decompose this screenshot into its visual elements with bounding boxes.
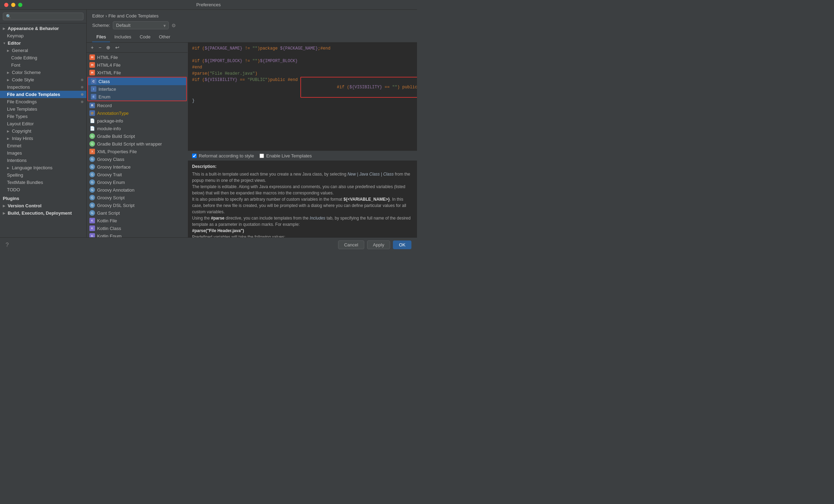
groovy-icon: G xyxy=(89,156,95,162)
sidebar-item-images[interactable]: Images xyxy=(0,149,86,157)
sidebar-tree: ▶ Appearance & Behavior Keymap ▼ Editor … xyxy=(0,23,86,237)
sidebar-search-container[interactable] xyxy=(0,10,86,23)
sidebar-item-live-templates[interactable]: Live Templates xyxy=(0,105,86,113)
file-item-label: HTML File xyxy=(97,55,118,60)
file-item-gradle-wrapper[interactable]: G Gradle Build Script with wrapper xyxy=(87,140,188,148)
gear-button[interactable]: ⚙ xyxy=(171,23,176,28)
file-item-groovy-script[interactable]: G Groovy Script xyxy=(87,194,188,201)
file-item-html[interactable]: H HTML File xyxy=(87,53,188,61)
sidebar-item-textmate[interactable]: TextMate Bundles xyxy=(0,179,86,186)
file-item-groovy-dsl[interactable]: G Groovy DSL Script xyxy=(87,201,188,209)
live-templates-checkbox-label[interactable]: Enable Live Templates xyxy=(259,153,312,158)
sidebar-item-file-types[interactable]: File Types xyxy=(0,113,86,120)
sidebar-item-appearance-behavior[interactable]: ▶ Appearance & Behavior xyxy=(0,25,86,32)
red-outline-group: C Class I Interface E Enum xyxy=(87,77,187,101)
xml-icon: X xyxy=(89,149,95,154)
sidebar-item-layout-editor[interactable]: Layout Editor xyxy=(0,120,86,127)
file-item-enum[interactable]: E Enum xyxy=(88,93,186,101)
sidebar-item-font[interactable]: Font xyxy=(0,61,86,69)
file-item-interface[interactable]: I Interface xyxy=(88,85,186,93)
code-editor[interactable]: #if (${PACKAGE_NAME} != "")package ${PAC… xyxy=(188,43,417,151)
reformat-checkbox-label[interactable]: Reformat according to style xyxy=(192,153,254,158)
file-item-xml-properties[interactable]: X XML Properties File xyxy=(87,148,188,155)
sidebar-item-keymap[interactable]: Keymap xyxy=(0,32,86,39)
sidebar-item-inlay-hints[interactable]: ▶ Inlay Hints xyxy=(0,135,86,142)
file-item-kotlin-class[interactable]: K Kotlin Class xyxy=(87,224,188,232)
sidebar-item-file-and-code-templates[interactable]: File and Code Templates ⊕ xyxy=(0,91,86,98)
tab-includes[interactable]: Includes xyxy=(110,32,135,42)
close-button[interactable] xyxy=(4,3,8,7)
gradle-icon: G xyxy=(89,141,95,147)
tab-other[interactable]: Other xyxy=(155,32,175,42)
file-item-groovy-trait[interactable]: G Groovy Trait xyxy=(87,171,188,178)
file-item-groovy-interface[interactable]: G Groovy Interface xyxy=(87,163,188,171)
sidebar-item-plugins[interactable]: Plugins xyxy=(0,195,86,202)
file-item-kotlin-enum[interactable]: K Kotlin Enum xyxy=(87,232,188,237)
file-item-record[interactable]: R Record xyxy=(87,102,188,109)
expand-icon: ▼ xyxy=(3,42,6,45)
copy-template-button[interactable]: ⊕ xyxy=(105,44,112,51)
scheme-label: Scheme: xyxy=(92,23,110,28)
groovy-icon: G xyxy=(89,202,95,208)
expand-icon: ▶ xyxy=(7,137,10,140)
window-controls[interactable] xyxy=(4,3,22,7)
record-icon: R xyxy=(89,103,95,108)
package-icon: 📄 xyxy=(89,118,95,124)
file-item-module-info[interactable]: 📄 module-info xyxy=(87,125,188,132)
file-item-label: Kotlin Enum xyxy=(97,234,122,238)
sidebar-item-emmet[interactable]: Emmet xyxy=(0,142,86,149)
expand-icon: ▶ xyxy=(7,49,10,52)
file-item-gant-script[interactable]: G Gant Script xyxy=(87,209,188,217)
sidebar-item-version-control[interactable]: ▶ Version Control xyxy=(0,202,86,209)
maximize-button[interactable] xyxy=(18,3,22,7)
file-item-label: Gant Script xyxy=(97,210,120,216)
tab-files[interactable]: Files xyxy=(92,32,110,42)
add-template-button[interactable]: + xyxy=(89,44,95,51)
sidebar-item-file-encodings[interactable]: File Encodings ⊕ xyxy=(0,98,86,105)
breadcrumb-editor: Editor xyxy=(92,13,104,18)
file-item-html4[interactable]: H HTML4 File xyxy=(87,61,188,69)
file-item-class[interactable]: C Class xyxy=(88,77,186,85)
expand-icon: ▶ xyxy=(7,129,10,133)
sidebar-item-color-scheme[interactable]: ▶ Color Scheme xyxy=(0,69,86,76)
file-item-label: Groovy Trait xyxy=(97,172,122,177)
sidebar-item-intentions[interactable]: Intentions xyxy=(0,157,86,164)
live-templates-checkbox[interactable] xyxy=(259,154,264,158)
sidebar-item-copyright[interactable]: ▶ Copyright xyxy=(0,127,86,135)
sidebar-item-editor[interactable]: ▼ Editor xyxy=(0,39,86,47)
file-item-groovy-annotation[interactable]: G Groovy Annotation xyxy=(87,186,188,194)
scheme-select[interactable]: Default Project xyxy=(113,21,169,29)
apply-button[interactable]: Apply xyxy=(367,240,390,249)
file-item-groovy-class[interactable]: G Groovy Class xyxy=(87,155,188,163)
sidebar-item-inspections[interactable]: Inspections ⊕ xyxy=(0,83,86,91)
sidebar-item-spelling[interactable]: Spelling xyxy=(0,171,86,179)
sidebar-item-general[interactable]: ▶ General xyxy=(0,47,86,54)
reformat-checkbox[interactable] xyxy=(192,154,197,158)
sidebar-item-build-execution[interactable]: ▶ Build, Execution, Deployment xyxy=(0,209,86,217)
minimize-button[interactable] xyxy=(11,3,15,7)
sidebar-item-code-editing[interactable]: Code Editing xyxy=(0,54,86,61)
file-item-kotlin-file[interactable]: K Kotlin File xyxy=(87,217,188,224)
file-list-panel: + − ⊕ ↩ H HTML File H HTML4 File xyxy=(87,43,188,237)
remove-template-button[interactable]: − xyxy=(97,44,103,51)
sidebar-search-input[interactable] xyxy=(3,13,83,20)
tab-code[interactable]: Code xyxy=(136,32,155,42)
file-item-groovy-enum[interactable]: G Groovy Enum xyxy=(87,178,188,186)
file-item-label: Groovy Class xyxy=(97,157,124,162)
sidebar-item-language-injections[interactable]: ▶ Language Injections xyxy=(0,164,86,171)
sidebar-item-todo[interactable]: TODO xyxy=(0,186,86,193)
groovy-icon: G xyxy=(89,210,95,216)
highlight-box-1: #if (${VISIBILITY} == "") public #end xyxy=(300,77,417,98)
scheme-select-wrapper[interactable]: Default Project xyxy=(113,21,169,29)
ok-button[interactable]: OK xyxy=(393,240,411,249)
file-item-label: Gradle Build Script xyxy=(97,134,135,139)
sidebar-item-code-style[interactable]: ▶ Code Style ⊕ xyxy=(0,76,86,83)
cancel-button[interactable]: Cancel xyxy=(338,240,364,249)
kotlin-icon: K xyxy=(89,218,95,223)
file-item-annotation-type[interactable]: @ AnnotationType xyxy=(87,109,188,117)
reset-template-button[interactable]: ↩ xyxy=(114,44,121,51)
file-item-package-info[interactable]: 📄 package-info xyxy=(87,117,188,125)
file-item-gradle-build[interactable]: G Gradle Build Script xyxy=(87,132,188,140)
help-button[interactable]: ? xyxy=(6,242,9,248)
file-item-xhtml[interactable]: H XHTML File xyxy=(87,69,188,76)
